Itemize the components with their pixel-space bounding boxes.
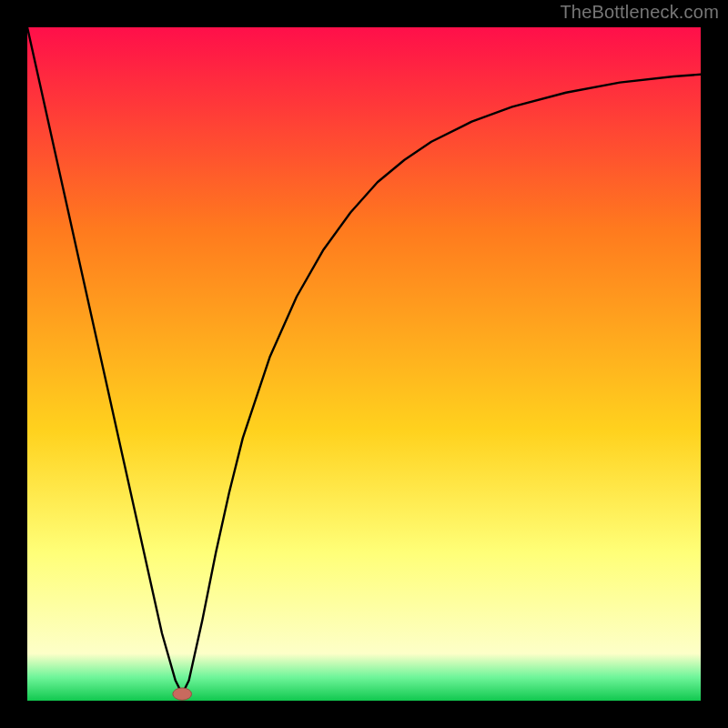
gradient-background (27, 27, 701, 701)
optimum-marker (173, 688, 192, 700)
outer-frame: TheBottleneck.com (0, 0, 728, 728)
plot-area (27, 27, 701, 701)
watermark-text: TheBottleneck.com (560, 2, 719, 23)
chart-svg (27, 27, 701, 701)
